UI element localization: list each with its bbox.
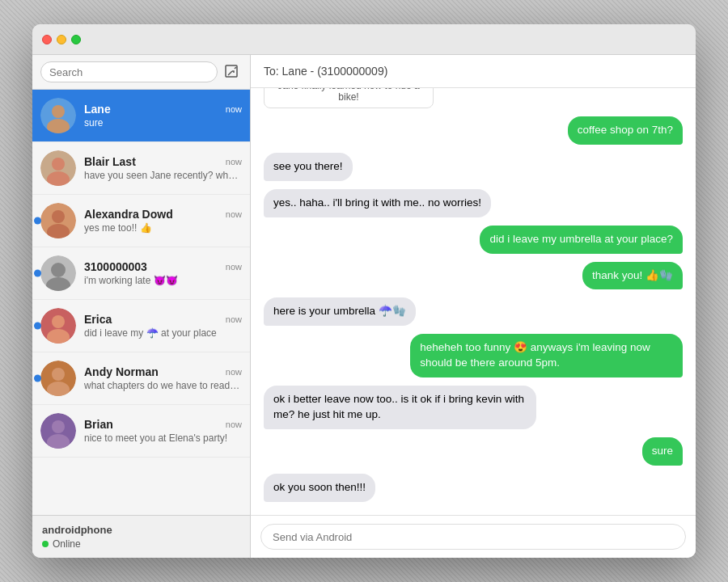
contact-item-andy[interactable]: Andy Norman now what chapters do we have…: [32, 352, 250, 405]
svg-point-10: [52, 210, 65, 223]
message-row-m8: heheheh too funny 😍 anyways i'm leaving …: [264, 334, 683, 377]
contact-item-brian[interactable]: Brian now nice to meet you at Elena's pa…: [32, 405, 250, 458]
image-message: Jane finally learned how to ride a bike!: [264, 88, 434, 108]
contact-name-brian: Brian: [84, 418, 113, 431]
recipient-name: Lane - (3100000009): [282, 65, 388, 78]
unread-dot: [34, 270, 41, 277]
svg-point-7: [52, 158, 65, 171]
message-row-m5: did i leave my umbrella at your place?: [264, 226, 683, 254]
svg-point-4: [52, 105, 65, 118]
contact-name-lane: Lane: [84, 103, 111, 116]
message-row-m4: yes.. haha.. i'll bring it with me.. no …: [264, 189, 683, 217]
chat-header: To: Lane - (3100000009): [251, 55, 696, 88]
footer-status-text: Online: [53, 538, 81, 550]
contact-info-alexandra: Alexandra Dowd now yes me too!! 👍: [84, 208, 242, 234]
contact-name-erica: Erica: [84, 313, 112, 326]
unread-dot: [34, 375, 41, 382]
contact-avatar-erica: [40, 308, 76, 344]
contact-time-brian: now: [226, 420, 242, 429]
contact-time-lane: now: [226, 104, 242, 114]
contact-preview-alexandra: yes me too!! 👍: [84, 222, 242, 234]
main-content: Lane now sure Blair Last now have you se…: [32, 55, 696, 558]
contact-item-unknown[interactable]: 3100000003 now i'm working late 😈😈: [32, 247, 250, 300]
app-window: Lane now sure Blair Last now have you se…: [32, 24, 696, 558]
contact-name-alexandra: Alexandra Dowd: [84, 208, 173, 221]
message-row-m9: ok i better leave now too.. is it ok if …: [264, 386, 683, 429]
online-dot: [42, 541, 49, 547]
contact-time-erica: now: [226, 314, 242, 324]
svg-line-1: [228, 71, 232, 75]
message-row-m7: here is your umbrella ☂️🧤: [264, 297, 683, 326]
unread-dot: [34, 323, 41, 330]
message-bubble-m10: sure: [642, 437, 683, 466]
contact-info-andy: Andy Norman now what chapters do we have…: [84, 365, 242, 391]
contact-info-blair: Blair Last now have you seen Jane recent…: [84, 155, 242, 181]
message-bubble-m9: ok i better leave now too.. is it ok if …: [264, 386, 536, 429]
contact-avatar-andy: [40, 361, 76, 396]
contact-preview-brian: nice to meet you at Elena's party!: [84, 432, 242, 444]
search-input[interactable]: [40, 61, 218, 82]
sidebar: Lane now sure Blair Last now have you se…: [32, 55, 251, 558]
svg-point-13: [51, 263, 66, 277]
contact-info-unknown: 3100000003 now i'm working late 😈😈: [84, 260, 242, 286]
contact-preview-lane: sure: [84, 117, 242, 129]
compose-icon[interactable]: [222, 62, 242, 82]
traffic-lights: [42, 35, 81, 44]
chat-area: To: Lane - (3100000009): [251, 55, 696, 558]
contact-time-unknown: now: [226, 262, 242, 272]
message-bubble-m2: coffee shop on 7th?: [568, 116, 683, 145]
unread-dot: [34, 217, 41, 225]
message-row-m3: see you there!: [264, 153, 683, 181]
message-row-m11: ok you soon then!!!: [264, 474, 683, 502]
contact-avatar-lane: [40, 98, 76, 133]
message-row-m2: coffee shop on 7th?: [264, 116, 683, 145]
image-caption: Jane finally learned how to ride a bike!: [269, 88, 428, 103]
svg-point-19: [52, 368, 65, 381]
contact-item-erica[interactable]: Erica now did i leave my ☂️ at your plac…: [32, 300, 250, 352]
footer-device: androidphone: [42, 524, 240, 536]
svg-point-16: [52, 315, 65, 328]
chat-input[interactable]: [260, 524, 686, 550]
contact-avatar-unknown: [40, 255, 76, 291]
contact-info-erica: Erica now did i leave my ☂️ at your plac…: [84, 313, 242, 339]
maximize-button[interactable]: [71, 35, 81, 44]
contact-preview-unknown: i'm working late 😈😈: [84, 275, 242, 286]
contact-preview-andy: what chapters do we have to read for tom…: [84, 380, 242, 391]
message-bubble-m3: see you there!: [264, 153, 353, 181]
message-row-m10: sure: [264, 437, 683, 466]
message-bubble-m5: did i leave my umbrella at your place?: [480, 226, 683, 254]
contact-name-unknown: 3100000003: [84, 260, 147, 273]
contact-preview-erica: did i leave my ☂️ at your place: [84, 327, 242, 339]
contact-name-andy: Andy Norman: [84, 365, 159, 378]
message-bubble-m4: yes.. haha.. i'll bring it with me.. no …: [264, 189, 491, 217]
contact-time-blair: now: [226, 157, 242, 167]
close-button[interactable]: [42, 35, 52, 44]
message-bubble-m11: ok you soon then!!!: [264, 474, 375, 502]
contact-info-lane: Lane now sure: [84, 103, 242, 129]
minimize-button[interactable]: [57, 35, 66, 44]
chat-messages: Jane finally learned how to ride a bike!…: [251, 88, 696, 515]
message-bubble-m8: heheheh too funny 😍 anyways i'm leaving …: [410, 334, 683, 377]
contact-list: Lane now sure Blair Last now have you se…: [32, 90, 250, 515]
contact-item-lane[interactable]: Lane now sure: [32, 90, 250, 142]
contact-avatar-alexandra: [40, 203, 76, 238]
message-bubble-m7: here is your umbrella ☂️🧤: [264, 297, 416, 326]
contact-time-andy: now: [226, 367, 242, 377]
footer-status: Online: [42, 538, 240, 550]
message-row-m1: Jane finally learned how to ride a bike!: [264, 88, 683, 108]
message-row-m6: thank you! 👍🧤: [264, 262, 683, 290]
contact-time-alexandra: now: [226, 209, 242, 219]
chat-input-bar: [251, 515, 696, 558]
message-bubble-m6: thank you! 👍🧤: [582, 262, 683, 290]
svg-point-22: [52, 420, 65, 433]
contact-avatar-brian: [40, 413, 76, 449]
contact-avatar-blair: [40, 150, 76, 186]
contact-preview-blair: have you seen Jane recently? what is she…: [84, 170, 242, 181]
to-label: To:: [264, 65, 279, 78]
contact-item-blair[interactable]: Blair Last now have you seen Jane recent…: [32, 142, 250, 195]
contact-info-brian: Brian now nice to meet you at Elena's pa…: [84, 418, 242, 444]
svg-line-2: [235, 67, 236, 69]
sidebar-footer: androidphone Online: [32, 515, 250, 558]
search-bar: [32, 55, 250, 90]
contact-item-alexandra[interactable]: Alexandra Dowd now yes me too!! 👍: [32, 195, 250, 247]
